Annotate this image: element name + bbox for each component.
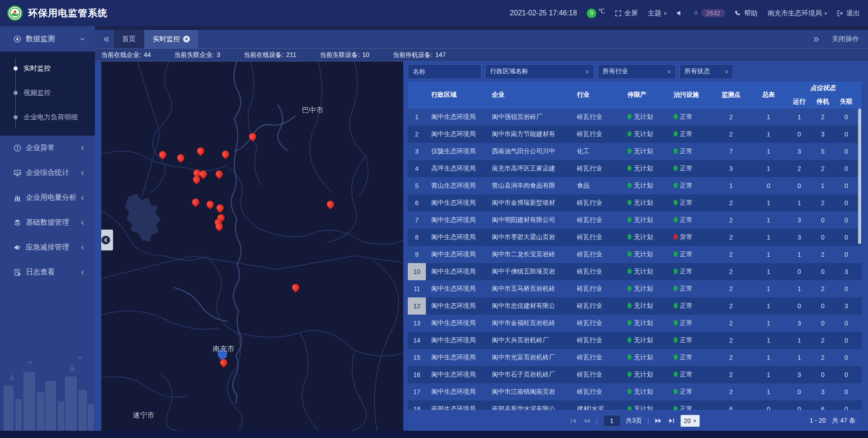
cell-offline: 0 <box>835 285 858 292</box>
table-row[interactable]: 15阆中生态环境局阆中市光富页岩机砖厂砖瓦行业无计划正常21120 <box>408 349 862 366</box>
app-logo-icon <box>7 5 23 21</box>
cell-halted: 2 <box>811 251 835 258</box>
help-button[interactable]: 帮助 <box>735 9 758 18</box>
table-row[interactable]: 4高坪生态环境局南充市高坪区王家店建砖瓦行业无计划正常31220 <box>408 160 862 177</box>
phone-icon <box>735 10 741 16</box>
cell-pollution-control: 正常 <box>668 130 712 138</box>
status-dot-green-icon <box>674 372 678 377</box>
org-dropdown[interactable]: 南充市生态环境局▾ <box>768 9 827 18</box>
region-filter-select[interactable]: 行政区域名称∨ <box>485 64 594 79</box>
notifications[interactable]: 2632 <box>693 9 725 17</box>
double-chevron-right-icon <box>813 36 820 42</box>
table-row[interactable]: 1阆中生态环境局阆中强锐页岩砖厂砖瓦行业无计划正常21120 <box>408 108 862 126</box>
cell-region: 阆中生态环境局 <box>426 285 486 293</box>
tabs-scroll-left-button[interactable] <box>99 30 114 48</box>
table-scrollbar[interactable] <box>858 108 862 410</box>
next-page-button[interactable] <box>655 418 663 424</box>
sidebar-item-5[interactable]: 应急减排管理 <box>0 235 95 260</box>
map-city-label: 遂宁市 <box>133 410 155 420</box>
cell-halted: 2 <box>811 199 835 207</box>
cell-monitor-points: 2 <box>712 217 750 224</box>
sidebar-subitem[interactable]: 实时监控 <box>0 56 95 80</box>
table-row[interactable]: 13阆中生态环境局阆中市金福旺页岩机砖砖瓦行业无计划正常21300 <box>408 315 862 332</box>
bell-icon <box>693 10 699 17</box>
table-row[interactable]: 11阆中生态环境局阆中市五马桥页岩机砖砖瓦行业无计划正常21120 <box>408 280 862 297</box>
sidebar-item-1[interactable]: 企业异常 <box>0 136 95 160</box>
cell-region: 阆中生态环境局 <box>426 371 486 379</box>
sidebar-submenu: 实时监控视频监控企业电力负荷明细 <box>0 52 95 136</box>
sidebar-item-2[interactable]: 企业综合统计 <box>0 160 95 185</box>
cell-running: 0 <box>788 302 811 310</box>
cell-company: 阆中大兴页岩机砖厂 <box>486 336 571 344</box>
scrollbar-thumb[interactable] <box>858 108 861 244</box>
status-dot-green-icon <box>627 200 632 205</box>
sidebar-item-3[interactable]: 企业用电量分析 <box>0 185 95 210</box>
mute-button[interactable] <box>676 10 683 16</box>
status-filter-select[interactable]: 所有状态∨ <box>679 64 733 79</box>
tabs-scroll-right-button[interactable] <box>808 36 824 42</box>
status-dot-green-icon <box>627 372 632 377</box>
table-row[interactable]: 5营山生态环境局营山县润丰肉食品有限食品无计划正常10010 <box>408 177 862 194</box>
theme-dropdown[interactable]: 主题▾ <box>648 9 666 18</box>
table-row[interactable]: 18南部生态环境局南部县新华水泥有限公建材|水泥无计划正常60060 <box>408 400 862 410</box>
status-dot-green-icon <box>627 337 632 343</box>
cell-total-meter: 1 <box>750 268 788 275</box>
table-row[interactable]: 6阆中生态环境局阆中市金博瑞新型墙材砖瓦行业无计划正常21120 <box>408 194 862 212</box>
divider: | <box>647 417 649 424</box>
sidebar-item-0[interactable]: 数据监测 <box>0 26 95 52</box>
table-row[interactable]: 7阆中生态环境局阆中明阳建材有限公司砖瓦行业无计划正常21300 <box>408 212 862 229</box>
cell-company: 阆中市江南镇阆南页岩 <box>486 388 571 396</box>
filter-bar: 行政区域名称∨ 所有行业∨ 所有状态∨ <box>408 61 862 81</box>
table-row[interactable]: 3仪陇生态环境局西南油气田分公司川中化工无计划正常71350 <box>408 143 862 160</box>
cell-pollution-control: 正常 <box>668 113 712 121</box>
close-tab-icon[interactable]: × <box>183 36 190 42</box>
close-operations-button[interactable]: 关闭操作 <box>832 35 859 43</box>
tab-realtime-monitor[interactable]: 实时监控 × <box>145 30 198 48</box>
cell-region: 阆中生态环境局 <box>426 268 486 276</box>
chevron-left-icon <box>101 235 111 245</box>
map-collapse-button[interactable] <box>101 230 113 250</box>
fullscreen-button[interactable]: 全屏 <box>615 9 638 18</box>
prev-page-button[interactable] <box>583 418 591 424</box>
row-index: 17 <box>408 383 426 400</box>
cell-company: 营山县润丰肉食品有限 <box>486 182 571 190</box>
cell-running: 1 <box>788 354 811 361</box>
cell-halted: 0 <box>811 217 835 224</box>
tab-home[interactable]: 首页 <box>114 30 144 48</box>
stat-label: 当前在线企业: <box>101 51 141 59</box>
notification-badge[interactable]: 2632 <box>701 9 725 17</box>
table-row[interactable]: 8阆中生态环境局阆中市枣碧大梁山页岩砖瓦行业无计划异常21300 <box>408 229 862 246</box>
cell-halted: 0 <box>811 234 835 241</box>
cell-halted: 1 <box>811 182 835 189</box>
map-panel[interactable]: 巴中市南充市遂宁市 <box>101 61 403 431</box>
sidebar-item-label: 基础数据管理 <box>26 218 69 227</box>
status-dot-green-icon <box>627 268 632 274</box>
sidebar-subitem[interactable]: 视频监控 <box>0 80 95 105</box>
cell-stop-production: 无计划 <box>622 250 668 259</box>
sidebar-item-4[interactable]: 基础数据管理 <box>0 210 95 235</box>
cell-region: 阆中生态环境局 <box>426 319 486 327</box>
table-row[interactable]: 14阆中生态环境局阆中大兴页岩机砖厂砖瓦行业无计划正常21120 <box>408 332 862 349</box>
sidebar-item-label: 日志查看 <box>26 268 55 277</box>
cell-company: 南部县新华水泥有限公 <box>486 405 571 410</box>
cell-offline: 3 <box>835 302 858 310</box>
page-number-input[interactable] <box>603 415 620 427</box>
table-row[interactable]: 16阆中生态环境局阆中市石子页岩机砖厂砖瓦行业无计划正常21300 <box>408 366 862 383</box>
logout-button[interactable]: 退出 <box>837 9 860 18</box>
last-page-button[interactable] <box>668 418 675 424</box>
industry-filter-select[interactable]: 所有行业∨ <box>598 64 676 79</box>
cell-offline: 3 <box>835 268 858 275</box>
name-filter-input[interactable] <box>408 64 481 79</box>
table-row[interactable]: 17阆中生态环境局阆中市江南镇阆南页岩砖瓦行业无计划正常21030 <box>408 383 862 400</box>
sidebar-item-6[interactable]: 日志查看 <box>0 260 95 285</box>
page-size-select[interactable]: 20∨ <box>681 415 700 427</box>
table-row[interactable]: 12阆中生态环境局阆中市忠信建材有限公砖瓦行业无计划正常21003 <box>408 297 862 315</box>
cell-running: 1 <box>788 285 811 292</box>
first-page-button[interactable] <box>570 418 577 424</box>
cell-total-meter: 1 <box>750 320 788 327</box>
table-row[interactable]: 2阆中生态环境局阆中市南方节能建材有砖瓦行业无计划正常21030 <box>408 126 862 143</box>
table-row[interactable]: 9阆中生态环境局阆中市二龙长宝页岩砖砖瓦行业无计划正常21120 <box>408 246 862 263</box>
table-row[interactable]: 10阆中生态环境局阆中千佛镇五郎垭页岩砖瓦行业无计划正常21003 <box>408 263 862 280</box>
cell-pollution-control: 正常 <box>668 302 712 310</box>
sidebar-subitem[interactable]: 企业电力负荷明细 <box>0 105 95 129</box>
